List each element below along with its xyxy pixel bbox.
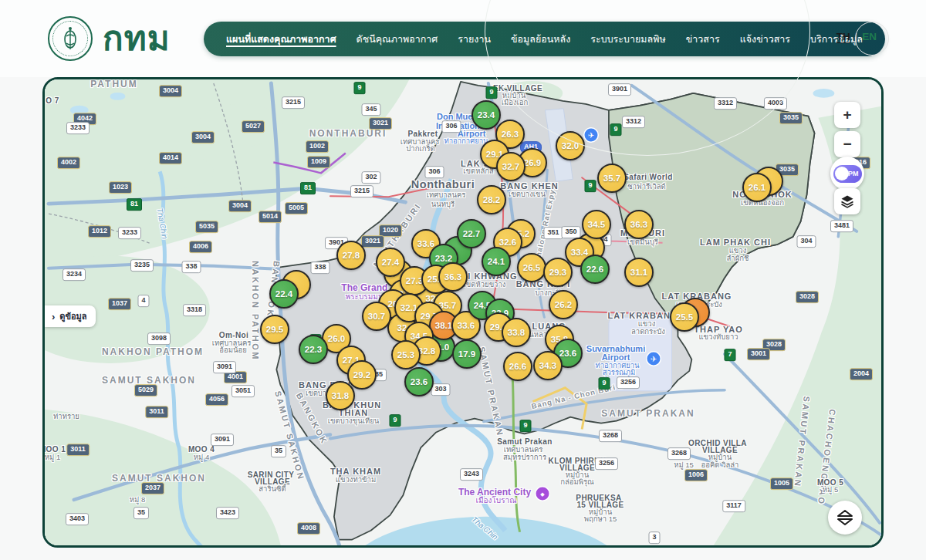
aqi-marker[interactable]: 28.2 — [477, 185, 506, 214]
header: กทม แผนที่แสดงคุณภาพอากาศดัชนีคุณภาพอากา… — [0, 0, 926, 77]
aqi-marker[interactable]: 27.8 — [336, 241, 366, 270]
aqi-marker[interactable]: 23.4 — [471, 100, 501, 130]
aqi-marker[interactable]: 22.4 — [269, 279, 299, 309]
chevron-right-icon: › — [52, 312, 55, 322]
aqi-marker[interactable]: 22.3 — [299, 335, 328, 364]
aqi-marker[interactable]: 34.3 — [533, 351, 563, 380]
language-switch: TH | EN — [836, 31, 877, 42]
nav-item[interactable]: ข้อมูลย้อนหลัง — [501, 32, 580, 47]
tilt-icon — [836, 508, 854, 527]
view-data-label: ดูข้อมูล — [59, 309, 86, 323]
zoom-in-button[interactable]: + — [834, 102, 860, 128]
aqi-marker[interactable]: 36.3 — [624, 210, 654, 239]
nav-item[interactable]: รายงาน — [448, 32, 501, 47]
aqi-marker[interactable]: 34.5 — [582, 210, 611, 239]
nav-item[interactable]: ข่าวสาร — [676, 32, 730, 47]
aqi-marker[interactable]: 29.3 — [543, 258, 573, 287]
aqi-marker[interactable]: 32.0 — [556, 131, 585, 160]
aqi-marker[interactable]: 23.6 — [404, 367, 434, 396]
aqi-marker[interactable]: 26.1 — [742, 173, 772, 202]
aqi-marker[interactable]: 32.7 — [496, 152, 526, 181]
nav-list: แผนที่แสดงคุณภาพอากาศดัชนีคุณภาพอากาศราย… — [216, 32, 873, 47]
aqi-marker[interactable]: 29.2 — [347, 360, 377, 390]
layers-icon — [840, 194, 855, 209]
logo[interactable]: กทม — [48, 16, 171, 61]
pm-toggle-label: PM — [848, 170, 859, 177]
aqi-marker[interactable]: 26.6 — [503, 352, 532, 381]
aqi-marker[interactable]: 22.6 — [580, 255, 610, 284]
seal-emblem — [59, 25, 82, 52]
aqi-marker[interactable]: 25.5 — [670, 302, 699, 332]
layers-button[interactable] — [834, 188, 860, 214]
lang-divider: | — [855, 31, 858, 42]
aqi-marker[interactable]: 30.7 — [362, 302, 391, 331]
bma-seal-icon — [48, 16, 93, 61]
nav-item[interactable]: ระบบระบายมลพิษ — [580, 32, 675, 47]
aqi-marker[interactable]: 26.5 — [517, 253, 546, 282]
aqi-marker[interactable]: 36.3 — [438, 262, 468, 292]
logo-text: กทม — [103, 22, 171, 56]
lang-en[interactable]: EN — [862, 31, 877, 42]
aqi-marker[interactable]: 17.9 — [452, 339, 482, 369]
aqi-marker[interactable]: 24.1 — [482, 247, 511, 276]
tilt-control-button[interactable] — [828, 501, 862, 535]
nav-item[interactable]: แจ้งข่าวสาร — [730, 32, 800, 47]
map-viewport[interactable]: PATHUMNONTHABURINAKHON PATHOMSAMUT SAKHO… — [42, 77, 884, 548]
aqi-markers-layer: 3226323231.023.426.332.029.126.932.735.7… — [45, 79, 881, 545]
aqi-marker[interactable]: 35.7 — [597, 164, 627, 193]
pm-layer-toggle[interactable]: PM — [830, 157, 864, 191]
aqi-marker[interactable]: 27.4 — [376, 248, 405, 277]
aqi-marker[interactable]: 22.7 — [457, 219, 486, 248]
pm-toggle-pill: PM — [833, 165, 862, 183]
zoom-out-button[interactable]: − — [834, 131, 860, 157]
main-nav: แผนที่แสดงคุณภาพอากาศดัชนีคุณภาพอากาศราย… — [204, 22, 885, 56]
lang-th[interactable]: TH — [836, 31, 850, 42]
aqi-marker[interactable]: 26.2 — [549, 290, 578, 319]
nav-item[interactable]: แผนที่แสดงคุณภาพอากาศ — [216, 32, 346, 47]
aqi-marker[interactable]: 31.8 — [326, 381, 355, 410]
aqi-marker[interactable]: 25.3 — [391, 340, 421, 369]
aqi-marker[interactable]: 31.1 — [624, 258, 654, 287]
aqi-marker[interactable]: 33.8 — [502, 318, 531, 347]
aqi-marker[interactable]: 29.5 — [260, 315, 289, 344]
view-data-button[interactable]: › ดูข้อมูล — [45, 305, 96, 327]
nav-item[interactable]: ดัชนีคุณภาพอากาศ — [346, 32, 448, 47]
